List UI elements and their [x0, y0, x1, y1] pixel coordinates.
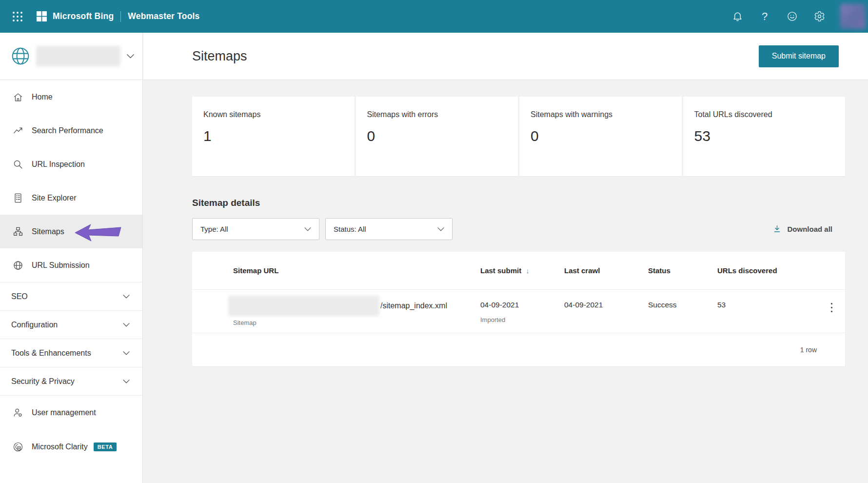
help-icon[interactable]: ?: [751, 7, 778, 26]
stat-label: Sitemaps with warnings: [531, 110, 677, 119]
stats-row: Known sitemaps 1 Sitemaps with errors 0 …: [192, 97, 845, 176]
trending-up-icon: [13, 125, 23, 136]
brand-home-link[interactable]: Microsoft Bing Webmaster Tools: [26, 11, 200, 22]
main-area: Sitemaps Submit sitemap Known sitemaps 1…: [143, 33, 868, 483]
user-avatar[interactable]: [839, 2, 867, 30]
sitemap-hierarchy-icon: [13, 226, 23, 237]
chevron-down-icon: [126, 54, 135, 59]
brand-name: Microsoft Bing: [53, 11, 114, 21]
table-row[interactable]: /sitemap_index.xml Sitemap 04-09-2021 Im…: [192, 290, 845, 333]
clarity-icon: [13, 442, 23, 452]
feedback-smiley-icon[interactable]: [778, 7, 806, 26]
stat-value: 53: [694, 128, 841, 144]
sidebar-item-site-explorer[interactable]: Site Explorer: [0, 181, 142, 215]
sidebar-item-home[interactable]: Home: [0, 80, 142, 114]
chevron-down-icon: [122, 322, 130, 327]
download-icon: [772, 224, 782, 234]
stat-label: Total URLs discovered: [694, 110, 841, 119]
sidebar-item-label: Home: [32, 93, 53, 101]
last-submit-date: 04-09-2021: [480, 301, 564, 309]
beta-badge: BETA: [94, 443, 117, 451]
column-header-sitemap-url[interactable]: Sitemap URL: [233, 266, 480, 275]
section-label: Tools & Enhancements: [11, 349, 91, 358]
sidebar-item-microsoft-clarity[interactable]: Microsoft Clarity BETA: [0, 430, 142, 464]
status-value: Success: [648, 301, 717, 309]
document-list-icon: [13, 193, 23, 203]
urls-discovered-value: 53: [717, 301, 810, 309]
sitemaps-table: Sitemap URL Last submit ↓ Last crawl Sta…: [192, 252, 845, 366]
column-header-status[interactable]: Status: [648, 266, 717, 275]
app-launcher-waffle-icon[interactable]: [9, 8, 26, 25]
column-header-urls-discovered[interactable]: URLs discovered: [717, 266, 810, 275]
product-name: Webmaster Tools: [128, 11, 199, 21]
table-footer: 1 row: [192, 333, 845, 366]
submit-sitemap-button[interactable]: Submit sitemap: [759, 45, 839, 67]
globe-icon: [13, 260, 23, 271]
sidebar-item-label: URL Inspection: [32, 160, 85, 169]
sidebar: Home Search Performance URL Inspection S…: [0, 33, 143, 483]
redacted-url-prefix: [228, 296, 379, 316]
chevron-down-icon: [122, 379, 130, 384]
row-kebab-menu-icon[interactable]: [830, 290, 833, 313]
page-title: Sitemaps: [192, 49, 759, 64]
sidebar-item-label: URL Submission: [32, 261, 90, 270]
settings-gear-icon[interactable]: [806, 7, 833, 26]
top-bar: Microsoft Bing Webmaster Tools ?: [0, 0, 868, 33]
sidebar-item-url-inspection[interactable]: URL Inspection: [0, 147, 142, 181]
avatar-blurred-image: [840, 4, 866, 29]
section-label: SEO: [11, 292, 28, 301]
filters-row: Type: All Status: All Download all: [192, 218, 845, 240]
sidebar-item-label: Site Explorer: [32, 194, 77, 202]
microsoft-logo-icon: [36, 11, 47, 22]
download-all-button[interactable]: Download all: [772, 224, 832, 234]
chevron-down-icon: [437, 227, 445, 232]
notifications-bell-icon[interactable]: [724, 7, 751, 26]
column-header-last-crawl[interactable]: Last crawl: [564, 266, 648, 275]
stat-card-known-sitemaps: Known sitemaps 1: [192, 97, 355, 176]
cell-urls-discovered: 53: [717, 290, 810, 309]
chevron-down-icon: [122, 294, 130, 299]
table-header-row: Sitemap URL Last submit ↓ Last crawl Sta…: [192, 252, 845, 290]
stat-value: 0: [367, 128, 513, 144]
sidebar-item-label: Sitemaps: [32, 227, 64, 236]
section-label: Configuration: [11, 321, 58, 329]
stat-label: Sitemaps with errors: [367, 110, 513, 119]
status-filter-value: Status: All: [334, 225, 366, 233]
chevron-down-icon: [304, 227, 312, 232]
redacted-site-name: [36, 46, 120, 66]
sidebar-section-security-privacy[interactable]: Security & Privacy: [0, 367, 142, 395]
type-filter-dropdown[interactable]: Type: All: [192, 218, 319, 240]
stat-label: Known sitemaps: [203, 110, 350, 119]
site-globe-icon: [11, 47, 30, 65]
sidebar-section-configuration[interactable]: Configuration: [0, 311, 142, 339]
sort-descending-icon: ↓: [526, 266, 530, 275]
sidebar-item-user-management[interactable]: User management: [0, 396, 142, 430]
page-header: Sitemaps Submit sitemap: [143, 33, 868, 80]
stat-card-sitemaps-with-errors: Sitemaps with errors 0: [356, 97, 518, 176]
sidebar-section-tools-enhancements[interactable]: Tools & Enhancements: [0, 339, 142, 367]
download-all-label: Download all: [787, 225, 832, 233]
sitemap-url-text: /sitemap_index.xml: [380, 302, 447, 310]
cell-last-submit: 04-09-2021 Imported: [480, 290, 564, 323]
stat-card-sitemaps-with-warnings: Sitemaps with warnings 0: [519, 97, 682, 176]
sidebar-item-label: Search Performance: [32, 126, 103, 135]
site-selector[interactable]: [0, 33, 142, 80]
status-filter-dropdown[interactable]: Status: All: [325, 218, 453, 240]
sitemap-type-label: Sitemap: [233, 319, 480, 326]
sidebar-item-search-performance[interactable]: Search Performance: [0, 114, 142, 147]
cell-status: Success: [648, 290, 717, 309]
stat-card-total-urls-discovered: Total URLs discovered 53: [683, 97, 846, 176]
stat-value: 0: [531, 128, 677, 144]
magnifier-icon: [13, 159, 23, 170]
sidebar-item-url-submission[interactable]: URL Submission: [0, 248, 142, 282]
stat-value: 1: [203, 128, 350, 144]
chevron-down-icon: [122, 351, 130, 356]
column-header-last-submit[interactable]: Last submit ↓: [480, 266, 564, 275]
sitemap-details-heading: Sitemap details: [192, 198, 845, 208]
last-crawl-date: 04-09-2021: [564, 301, 648, 309]
cell-sitemap-url: /sitemap_index.xml Sitemap: [233, 290, 480, 326]
type-filter-value: Type: All: [200, 225, 228, 233]
home-icon: [13, 92, 23, 102]
sidebar-item-sitemaps[interactable]: Sitemaps: [0, 215, 142, 248]
sidebar-section-seo[interactable]: SEO: [0, 282, 142, 310]
